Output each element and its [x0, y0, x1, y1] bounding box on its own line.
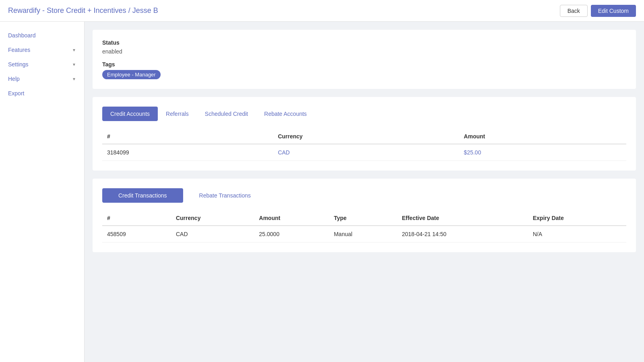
sidebar-item-settings[interactable]: Settings ▼ [0, 57, 84, 72]
credit-accounts-table: # Currency Amount 3184099 CAD $25.00 [102, 129, 626, 161]
tags-label: Tags [102, 61, 626, 68]
sidebar-label-export: Export [8, 90, 24, 97]
col-header-amount: Amount [459, 129, 626, 144]
back-button[interactable]: Back [560, 5, 588, 17]
txn-row-id: 458509 [102, 226, 171, 243]
sidebar: Dashboard Features ▼ Settings ▼ Help ▼ E… [0, 22, 85, 362]
table-row: 3184099 CAD $25.00 [102, 144, 626, 161]
credit-transactions-card: Credit Transactions Rebate Transactions … [93, 179, 636, 252]
status-label: Status [102, 39, 626, 46]
txn-col-id: # [102, 211, 171, 226]
txn-row-amount: 25.0000 [254, 226, 329, 243]
tab-credit-accounts[interactable]: Credit Accounts [102, 107, 158, 121]
tag-badge-employee-manager: Employee - Manager [102, 70, 161, 79]
txn-row-type: Manual [329, 226, 397, 243]
edit-customer-button[interactable]: Edit Custom [591, 5, 636, 17]
sidebar-item-export[interactable]: Export [0, 86, 84, 101]
status-value: enabled [102, 48, 626, 55]
txn-col-expiry-date: Expiry Date [528, 211, 626, 226]
credit-accounts-card: Credit Accounts Referrals Scheduled Cred… [93, 97, 636, 171]
customer-info-card: Status enabled Tags Employee - Manager [93, 30, 636, 89]
app-title-main: Rewardify - Store Credit + Incentives [8, 6, 126, 14]
col-header-currency: Currency [273, 129, 459, 144]
main-content: Status enabled Tags Employee - Manager C… [85, 22, 644, 362]
header-actions: Back Edit Custom [560, 5, 636, 17]
row-amount[interactable]: $25.00 [459, 144, 626, 161]
app-header: Rewardify - Store Credit + Incentives / … [0, 0, 644, 22]
txn-col-effective-date: Effective Date [397, 211, 528, 226]
tab-referrals[interactable]: Referrals [158, 107, 197, 121]
row-currency[interactable]: CAD [273, 144, 459, 161]
table-row: 458509 CAD 25.0000 Manual 2018-04-21 14:… [102, 226, 626, 243]
col-header-id: # [102, 129, 273, 144]
transactions-table: # Currency Amount Type Effective Date Ex… [102, 211, 626, 243]
sidebar-label-features: Features [8, 47, 30, 53]
sidebar-label-settings: Settings [8, 61, 29, 68]
tab-rebate-accounts[interactable]: Rebate Accounts [256, 107, 315, 121]
customer-name-title: Jesse B [132, 6, 158, 14]
sidebar-label-dashboard: Dashboard [8, 32, 36, 39]
txn-row-currency: CAD [171, 226, 254, 243]
tab-scheduled-credit[interactable]: Scheduled Credit [197, 107, 256, 121]
row-id: 3184099 [102, 144, 273, 161]
txn-col-currency: Currency [171, 211, 254, 226]
page-layout: Dashboard Features ▼ Settings ▼ Help ▼ E… [0, 22, 644, 362]
chevron-down-icon: ▼ [72, 62, 76, 67]
title-separator: / [126, 6, 132, 14]
chevron-down-icon: ▼ [72, 48, 76, 52]
transaction-tabs: Credit Transactions Rebate Transactions [102, 188, 626, 203]
chevron-down-icon: ▼ [72, 77, 76, 81]
sidebar-item-help[interactable]: Help ▼ [0, 72, 84, 86]
sidebar-item-features[interactable]: Features ▼ [0, 43, 84, 57]
tab-rebate-transactions[interactable]: Rebate Transactions [183, 188, 267, 203]
tab-credit-transactions[interactable]: Credit Transactions [102, 188, 183, 203]
app-title: Rewardify - Store Credit + Incentives / … [8, 6, 158, 15]
txn-row-effective-date: 2018-04-21 14:50 [397, 226, 528, 243]
sidebar-label-help: Help [8, 76, 20, 82]
tags-container: Employee - Manager [102, 70, 626, 79]
txn-col-type: Type [329, 211, 397, 226]
txn-row-expiry-date: N/A [528, 226, 626, 243]
credit-tabs: Credit Accounts Referrals Scheduled Cred… [102, 107, 626, 121]
sidebar-item-dashboard[interactable]: Dashboard [0, 28, 84, 43]
txn-col-amount: Amount [254, 211, 329, 226]
